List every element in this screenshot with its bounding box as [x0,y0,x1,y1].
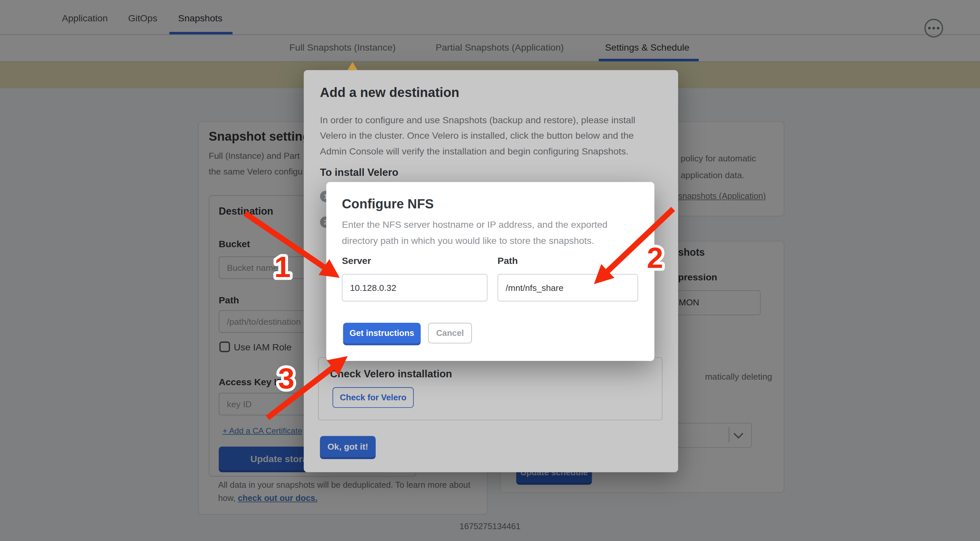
nfs-path-input[interactable] [498,274,638,302]
dialog-body-line1: Enter the NFS server hostname or IP addr… [342,219,608,230]
server-input[interactable] [342,274,487,302]
nfs-path-label: Path [498,255,518,266]
cancel-button[interactable]: Cancel [428,323,472,343]
warning-triangle-icon [347,62,357,70]
app-root: ☸ Application GitOps Snapshots Full Snap… [0,0,980,541]
get-instructions-button[interactable]: Get instructions [343,323,421,343]
dialog-body-line2: directory path in which you would like t… [342,235,594,246]
server-label: Server [342,255,371,266]
dialog-title: Configure NFS [342,196,434,212]
